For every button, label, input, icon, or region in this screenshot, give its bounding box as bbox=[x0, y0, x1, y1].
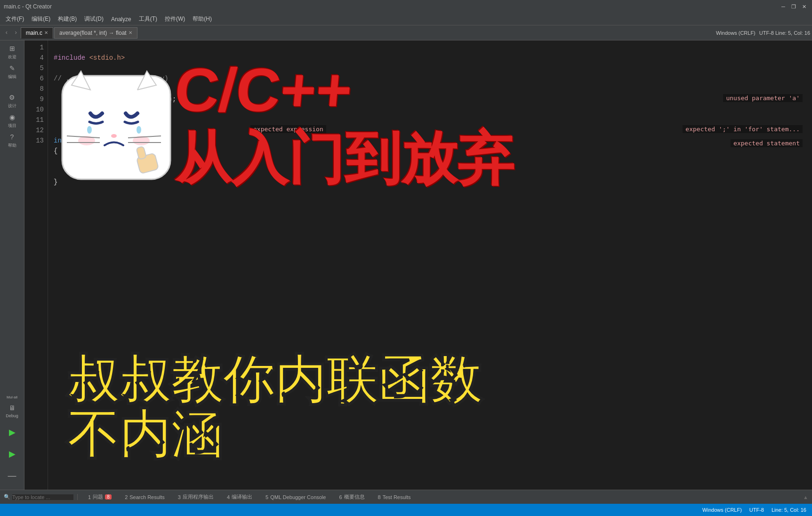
sidebar-run-button[interactable]: ▶ bbox=[2, 423, 23, 442]
sidebar-item-debug-monitor[interactable]: 🖥 Debug bbox=[2, 401, 23, 420]
search-icon: 🔍 bbox=[4, 494, 10, 500]
tab-bar: main.c ✕ average(float *, int) → float ✕ bbox=[21, 27, 716, 39]
toolbar-right: Windows (CRLF) UTF-8 Line: 5, Col: 16 bbox=[716, 30, 810, 36]
menu-controls[interactable]: 控件(W) bbox=[161, 14, 189, 24]
toolbar: ‹ › main.c ✕ average(float *, int) → flo… bbox=[0, 25, 812, 40]
menu-debug[interactable]: 调试(D) bbox=[80, 14, 107, 24]
multi-all-label: Mul·all bbox=[7, 395, 17, 399]
close-button[interactable]: ✕ bbox=[800, 2, 808, 11]
app-output-label: 应用程序输出 bbox=[183, 493, 214, 500]
edit-icon: ✎ bbox=[8, 64, 17, 73]
nav-back-button[interactable]: ‹ bbox=[2, 29, 11, 36]
bottom-panel-arrow[interactable]: ▲ bbox=[803, 494, 808, 500]
problems-badge: 8 bbox=[105, 494, 112, 500]
title-bar-controls: ─ ❐ ✕ bbox=[779, 2, 808, 11]
sidebar-item-edit[interactable]: ✎ 编辑 bbox=[2, 62, 23, 81]
sidebar: ⊞ 欢迎 ✎ 编辑 ⚙ 设计 ◉ 项目 ? 帮助 Mul·all 🖥 Debug bbox=[0, 40, 24, 490]
menu-tools[interactable]: 工具(T) bbox=[135, 14, 161, 24]
debug-monitor-icon: 🖥 bbox=[8, 403, 17, 413]
project-icon: ◉ bbox=[8, 112, 17, 122]
bottom-tab-problems[interactable]: 1 问题 8 bbox=[85, 492, 114, 501]
app-output-num: 3 bbox=[178, 494, 181, 500]
bottom-tab-search-results[interactable]: 2 Search Results bbox=[122, 493, 168, 501]
menu-edit[interactable]: 编辑(E) bbox=[28, 14, 54, 24]
main-layout: ⊞ 欢迎 ✎ 编辑 ⚙ 设计 ◉ 项目 ? 帮助 Mul·all 🖥 Debug bbox=[0, 40, 812, 490]
bottom-tab-app-output[interactable]: 3 应用程序输出 bbox=[175, 492, 217, 501]
sidebar-help-label: 帮助 bbox=[8, 143, 16, 149]
run-icon: ▶ bbox=[8, 428, 17, 437]
tab-main-c-label: main.c bbox=[26, 30, 42, 36]
problems-label: 问题 bbox=[93, 493, 103, 500]
debug-label: Debug bbox=[6, 413, 18, 418]
bottom-search-area[interactable]: 🔍 bbox=[4, 494, 78, 500]
sidebar-stop-button[interactable]: — bbox=[2, 466, 23, 485]
menu-help[interactable]: 帮助(H) bbox=[189, 14, 216, 24]
sidebar-edit-label: 编辑 bbox=[8, 74, 16, 80]
run-debug-icon: ▶ bbox=[8, 449, 17, 459]
sidebar-project-label: 项目 bbox=[8, 123, 16, 129]
summary-num: 6 bbox=[339, 494, 342, 500]
welcome-icon: ⊞ bbox=[8, 44, 17, 53]
error-expected-expr: expected expression bbox=[250, 125, 326, 133]
code-content: 1 4 5 6 8 9 10 11 12 13 #include <stdio.… bbox=[24, 40, 812, 490]
problems-num: 1 bbox=[88, 494, 91, 500]
error-expected-statement: expected statement bbox=[731, 139, 803, 147]
bottom-tab-summary[interactable]: 6 概要信息 bbox=[336, 492, 367, 501]
encoding-status: UTF-8 bbox=[749, 507, 764, 513]
nav-forward-button[interactable]: › bbox=[11, 29, 21, 36]
tab-main-c-close[interactable]: ✕ bbox=[44, 30, 48, 35]
search-results-num: 2 bbox=[125, 494, 128, 500]
tab-average[interactable]: average(float *, int) → float ✕ bbox=[54, 27, 137, 39]
restore-button[interactable]: ❐ bbox=[789, 2, 798, 11]
sidebar-design-label: 设计 bbox=[8, 103, 16, 109]
bottom-tab-compile-output[interactable]: 4 编译输出 bbox=[224, 492, 255, 501]
bottom-tab-qml-debugger[interactable]: 5 QML Debugger Console bbox=[263, 493, 329, 501]
app-title: main.c - Qt Creator bbox=[4, 3, 52, 10]
help-icon: ? bbox=[8, 132, 17, 142]
line-numbers: 1 4 5 6 8 9 10 11 12 13 bbox=[24, 40, 48, 490]
title-bar-left: main.c - Qt Creator bbox=[4, 3, 52, 10]
error-expected-semicolon: expected ';' in 'for' statem... bbox=[683, 125, 803, 133]
sidebar-item-design[interactable]: ⚙ 设计 bbox=[2, 91, 23, 110]
line-ending-info: Windows (CRLF) bbox=[716, 30, 756, 36]
search-results-label: Search Results bbox=[129, 494, 165, 500]
minimize-button[interactable]: ─ bbox=[779, 2, 788, 11]
test-label: Test Results bbox=[383, 494, 411, 500]
line-ending-status: Windows (CRLF) bbox=[702, 507, 742, 513]
menu-file[interactable]: 文件(F) bbox=[2, 14, 28, 24]
design-icon: ⚙ bbox=[8, 93, 17, 102]
menu-build[interactable]: 构建(B) bbox=[54, 14, 80, 24]
sidebar-item-help[interactable]: ? 帮助 bbox=[2, 131, 23, 150]
code-lines: #include <stdio.h> // ... (truncated by … bbox=[48, 40, 812, 490]
title-bar: main.c - Qt Creator ─ ❐ ✕ bbox=[0, 0, 812, 13]
qml-num: 5 bbox=[265, 494, 268, 500]
bottom-tab-test-results[interactable]: 8 Test Results bbox=[375, 493, 414, 501]
summary-label: 概要信息 bbox=[344, 493, 365, 500]
status-bar: Windows (CRLF) UTF-8 Line: 5, Col: 16 bbox=[0, 504, 812, 516]
tab-average-close[interactable]: ✕ bbox=[129, 30, 132, 35]
editor-area[interactable]: 1 4 5 6 8 9 10 11 12 13 #include <stdio.… bbox=[24, 40, 812, 490]
tab-average-label: average(float *, int) → float bbox=[59, 30, 127, 36]
locate-input[interactable] bbox=[12, 494, 73, 500]
sidebar-item-project[interactable]: ◉ 项目 bbox=[2, 111, 23, 130]
stop-icon: — bbox=[8, 471, 17, 480]
test-num: 8 bbox=[378, 494, 381, 500]
menu-analyze[interactable]: Analyze bbox=[107, 15, 135, 24]
status-bar-right: Windows (CRLF) UTF-8 Line: 5, Col: 16 bbox=[702, 507, 806, 513]
sidebar-run-debug-button[interactable]: ▶ bbox=[2, 445, 23, 463]
cursor-position-status: Line: 5, Col: 16 bbox=[772, 507, 806, 513]
sidebar-item-welcome[interactable]: ⊞ 欢迎 bbox=[2, 42, 23, 61]
compile-output-label: 编译输出 bbox=[232, 493, 252, 500]
encoding-info: UTF-8 Line: 5, Col: 16 bbox=[759, 30, 810, 36]
compile-output-num: 4 bbox=[227, 494, 230, 500]
menu-bar: 文件(F) 编辑(E) 构建(B) 调试(D) Analyze 工具(T) 控件… bbox=[0, 13, 812, 25]
tab-main-c[interactable]: main.c ✕ bbox=[21, 27, 53, 39]
qml-label: QML Debugger Console bbox=[270, 494, 326, 500]
sidebar-welcome-label: 欢迎 bbox=[8, 54, 16, 60]
error-unused-param: unused parameter 'a' bbox=[723, 94, 803, 102]
bottom-panel: 🔍 1 问题 8 2 Search Results 3 应用程序输出 4 编译输… bbox=[0, 490, 812, 504]
